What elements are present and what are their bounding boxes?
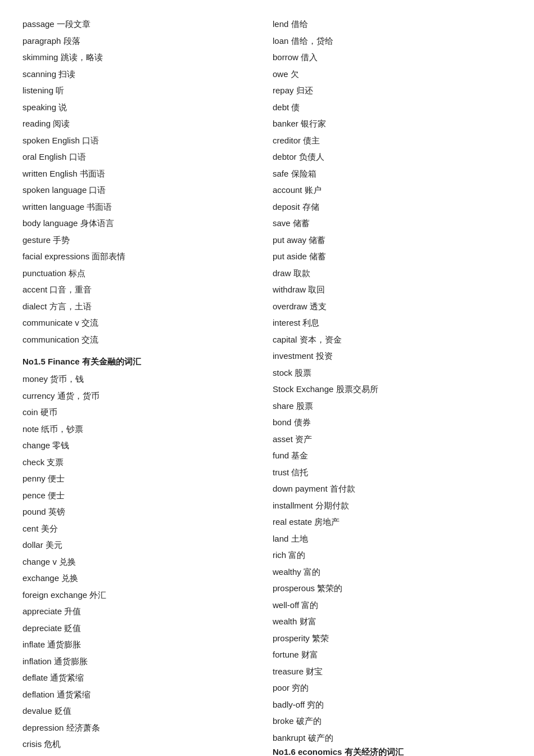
vocab-item: put aside 储蓄 xyxy=(273,249,512,264)
vocab-zh: 身体语言 xyxy=(80,218,114,228)
vocab-zh: 借给 xyxy=(291,19,308,29)
vocab-item: listening 听 xyxy=(22,83,261,98)
vocab-zh: 贬值 xyxy=(55,706,71,716)
vocab-zh: 储蓄 xyxy=(309,235,325,245)
vocab-item: asset 资产 xyxy=(273,432,512,447)
vocab-zh: 借给，贷给 xyxy=(291,36,333,46)
vocab-zh: 债 xyxy=(291,102,300,112)
vocab-en: coin xyxy=(22,407,38,417)
vocab-zh: 支票 xyxy=(47,457,64,467)
vocab-zh: 口语 xyxy=(89,185,106,195)
vocab-zh: 繁荣的 xyxy=(317,583,342,593)
vocab-item: written language 书面语 xyxy=(22,200,261,214)
vocab-item: stock 股票 xyxy=(273,366,512,380)
vocab-en: capital xyxy=(273,335,297,344)
vocab-zh: 通货紧缩 xyxy=(57,690,90,699)
vocab-en: inflate xyxy=(22,640,45,649)
vocab-en: check xyxy=(22,457,44,467)
vocab-item: prosperity 繁荣 xyxy=(273,631,512,646)
vocab-en: communicate v xyxy=(22,318,79,327)
vocab-item: facial expressions 面部表情 xyxy=(22,249,261,264)
vocab-en: trust xyxy=(273,467,289,477)
vocab-en: bond xyxy=(273,417,291,427)
vocab-item: scanning 扫读 xyxy=(22,67,261,82)
vocab-en: currency xyxy=(22,391,55,400)
vocab-en: save xyxy=(273,218,291,228)
vocab-zh: 取回 xyxy=(308,285,325,294)
vocab-en: safe xyxy=(273,169,288,178)
vocab-en: borrow xyxy=(273,52,298,62)
vocab-en: body language xyxy=(22,218,78,228)
vocab-zh: 富的 xyxy=(304,567,320,577)
vocab-zh: 土地 xyxy=(291,534,308,543)
vocab-en: oral English xyxy=(22,152,66,161)
vocab-en: appreciate xyxy=(22,606,62,616)
vocab-item: passage 一段文章 xyxy=(22,17,261,32)
vocab-en: spoken English xyxy=(22,136,80,145)
vocab-item: paragraph 段落 xyxy=(22,34,261,48)
vocab-zh: 取款 xyxy=(293,268,310,278)
vocab-en: written English xyxy=(22,169,78,178)
right-column: lend 借给loan 借给，贷给borrow 借入owe 欠repay 归还d… xyxy=(273,17,512,756)
vocab-item: debtor 负债人 xyxy=(273,150,512,164)
vocab-zh: 债主 xyxy=(303,136,320,145)
vocab-item: account 账户 xyxy=(273,183,512,197)
vocab-en: reading xyxy=(22,119,51,128)
vocab-item: dialect 方言，土语 xyxy=(22,299,261,314)
vocab-item: interest 利息 xyxy=(273,316,512,330)
vocab-item: broke 破产的 xyxy=(273,714,512,728)
vocab-en: accent xyxy=(22,285,47,294)
vocab-en: speaking xyxy=(22,102,56,112)
vocab-zh: 通货紧缩 xyxy=(50,673,84,682)
vocab-en: communication xyxy=(22,335,79,344)
vocab-en: change xyxy=(22,440,50,450)
vocab-item: fortune 财富 xyxy=(273,647,512,662)
vocab-item: land 土地 xyxy=(273,532,512,546)
vocab-zh: 穷的 xyxy=(292,683,309,692)
vocab-item: fund 基金 xyxy=(273,448,512,463)
vocab-zh: 利息 xyxy=(302,318,319,327)
vocab-item: installment 分期付款 xyxy=(273,498,512,513)
vocab-zh: 口音，重音 xyxy=(49,285,92,294)
vocab-zh: 危机 xyxy=(44,739,61,749)
vocab-en: inflation xyxy=(22,656,52,666)
vocab-item: body language 身体语言 xyxy=(22,216,261,231)
vocab-en: cent xyxy=(22,524,38,533)
vocab-item: coin 硬币 xyxy=(22,405,261,420)
vocab-en: prosperity xyxy=(273,633,310,643)
vocab-zh: 纸币，钞票 xyxy=(41,424,83,434)
vocab-item: investment 投资 xyxy=(273,349,512,363)
vocab-item: reading 阅读 xyxy=(22,116,261,131)
main-content: passage 一段文章paragraph 段落skimming 跳读，略读sc… xyxy=(22,17,512,756)
vocab-zh: 破产的 xyxy=(296,716,322,726)
vocab-item: exchange 兑换 xyxy=(22,571,261,586)
vocab-zh: 段落 xyxy=(64,36,80,46)
vocab-zh: 储蓄 xyxy=(293,218,310,228)
vocab-en: asset xyxy=(273,434,293,444)
vocab-en: investment xyxy=(273,351,314,361)
vocab-en: draw xyxy=(273,268,291,278)
vocab-zh: 交流 xyxy=(82,318,98,327)
vocab-en: penny xyxy=(22,474,46,483)
vocab-item: banking 银行业 xyxy=(22,754,261,757)
vocab-zh: 升值 xyxy=(64,606,81,616)
vocab-en: deflate xyxy=(22,673,48,682)
vocab-en: scanning xyxy=(22,69,56,79)
vocab-zh: 银行家 xyxy=(301,119,326,128)
vocab-en: wealth xyxy=(273,616,297,626)
vocab-item: change v 兑换 xyxy=(22,555,261,569)
vocab-zh: 储蓄 xyxy=(309,251,326,261)
vocab-en: fortune xyxy=(273,650,299,659)
vocab-item: punctuation 标点 xyxy=(22,266,261,281)
vocab-en: bankrupt xyxy=(273,733,305,742)
vocab-en: stock xyxy=(273,368,292,377)
vocab-item: devalue 贬值 xyxy=(22,704,261,718)
vocab-en: down payment xyxy=(273,484,328,493)
vocab-en: repay xyxy=(273,86,294,95)
vocab-item: real estate 房地产 xyxy=(273,515,512,529)
vocab-item: speaking 说 xyxy=(22,100,261,115)
vocab-zh: 房地产 xyxy=(314,517,340,526)
vocab-zh: 说 xyxy=(58,102,67,112)
vocab-item: badly-off 穷的 xyxy=(273,698,512,712)
vocab-item: depreciate 贬值 xyxy=(22,621,261,636)
